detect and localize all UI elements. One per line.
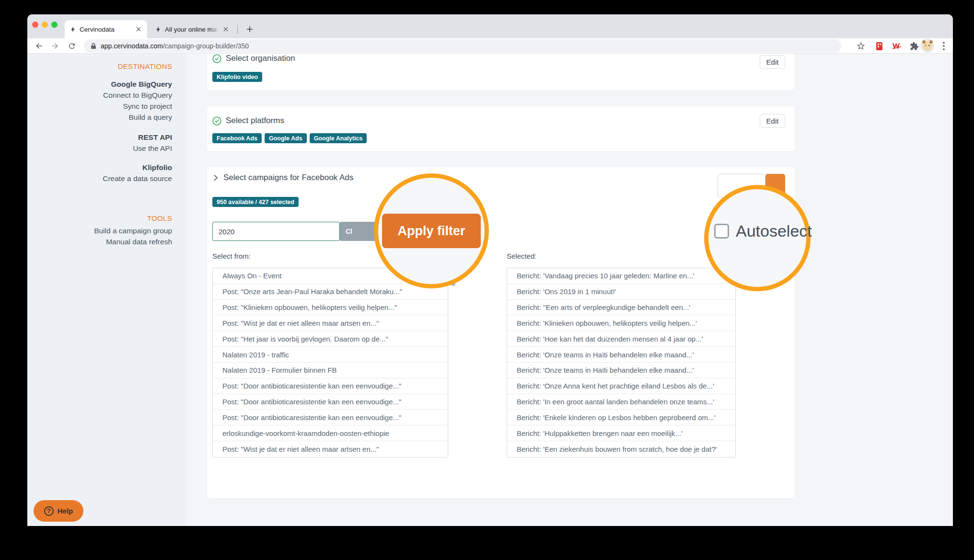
list-item[interactable]: Bericht: 'Hoe kan het dat duizenden mens… (507, 331, 735, 347)
question-mark-icon: ? (44, 506, 54, 516)
list-item[interactable]: Bericht: 'Vandaag precies 10 jaar gelede… (507, 268, 735, 284)
tab-close-icon[interactable] (221, 25, 230, 34)
check-circle-icon (212, 116, 221, 126)
list-item[interactable]: Bericht: 'Een ziekenhuis bouwen from scr… (507, 441, 735, 457)
extension-red-icon[interactable] (872, 39, 886, 53)
extension-w-icon[interactable] (890, 39, 904, 53)
sidebar: DESTINATIONS Google BigQuery Connect to … (27, 54, 186, 526)
tab-separator (237, 25, 238, 34)
list-item[interactable]: Post: "Door antibioticaresistentie kan e… (213, 410, 448, 425)
reload-button[interactable] (65, 39, 79, 53)
list-item[interactable]: Bericht: ''Een arts of verpleegkundige b… (507, 300, 735, 316)
autoselect-checkbox[interactable] (714, 224, 729, 239)
list-item[interactable]: Nalaten 2019 - traffic (213, 347, 448, 363)
dog-avatar-icon (923, 41, 932, 51)
sidebar-group-klipfolio: Klipfolio (27, 162, 172, 173)
help-button[interactable]: ? Help (34, 500, 83, 522)
selected-campaigns-list: Bericht: 'Vandaag precies 10 jaar gelede… (507, 268, 736, 457)
card-select-campaigns: Select campaigns for Facebook Ads 950 av… (207, 167, 795, 498)
close-window-button[interactable] (32, 22, 38, 28)
browser-menu-icon[interactable] (937, 39, 951, 53)
sidebar-heading-destinations: DESTINATIONS (27, 62, 172, 70)
list-item[interactable]: Bericht: 'In een groot aantal landen beh… (507, 394, 735, 410)
sidebar-item-sync-project[interactable]: Sync to project (27, 101, 172, 112)
browser-toolbar: app.cervinodata.com/campaign-group-build… (27, 38, 953, 54)
bolt-favicon-icon (155, 26, 162, 33)
check-circle-icon (212, 54, 221, 63)
list-item[interactable]: Bericht: 'Enkele kinderen op Lesbos hebb… (507, 410, 735, 425)
list-item[interactable]: Post: "Klinieken opbouwen, helikopters v… (213, 300, 448, 316)
apply-filter-callout-circle: Apply filter (374, 173, 489, 288)
select-from-label: Select from: (212, 252, 251, 260)
list-item[interactable]: Bericht: 'Onze Anna kent het prachtige e… (507, 378, 735, 394)
list-item[interactable]: Post: "Het jaar is voorbij gevlogen. Daa… (213, 331, 448, 347)
list-item[interactable]: Bericht: 'Hulppakketten brengen naar een… (507, 425, 735, 441)
list-item[interactable]: Post: "Door antibioticaresistentie kan e… (213, 378, 448, 394)
edit-platforms-button[interactable]: Edit (760, 114, 785, 128)
edit-organisation-button[interactable]: Edit (760, 55, 785, 69)
card-title: Select campaigns for Facebook Ads (223, 173, 353, 183)
zoom-window-button[interactable] (51, 22, 58, 28)
minimize-window-button[interactable] (42, 22, 48, 28)
list-item[interactable]: Post: "Onze arts Jean-Paul Haraka behand… (213, 284, 448, 300)
sidebar-item-manual-data-refresh[interactable]: Manual data refresh (27, 236, 172, 247)
availability-badge: 950 available / 427 selected (212, 197, 299, 207)
tab-strip: Cervinodata All your online marketing da… (27, 14, 953, 38)
list-item[interactable]: Bericht: 'Ons 2019 in 1 minuut!' (507, 284, 735, 300)
platform-badge-facebook: Facebook Ads (212, 133, 262, 143)
sidebar-group-restapi: REST API (27, 132, 172, 143)
list-item[interactable]: Nalaten 2019 - Formulier binnen FB (213, 363, 448, 378)
autoselect-label: Autoselect (736, 222, 812, 240)
list-item[interactable]: erloskundige-voorkomt-kraamdoden-oosten-… (213, 425, 448, 441)
tab-title: All your online marketing data c (165, 26, 219, 33)
sidebar-item-create-datasource[interactable]: Create a data source (27, 173, 172, 184)
list-item[interactable]: Bericht: 'Onze teams in Haïti behandelen… (507, 347, 735, 363)
available-campaigns-list: Always On - Event Post: "Onze arts Jean-… (212, 268, 448, 457)
browser-window: Cervinodata All your online marketing da… (27, 14, 953, 526)
list-item[interactable]: Post: "Wist je dat er niet alleen maar a… (213, 441, 448, 457)
main-area: Select organisation Klipfolio video Edit… (186, 54, 953, 526)
selected-label: Selected: (507, 252, 537, 260)
sidebar-item-use-api[interactable]: Use the API (27, 143, 172, 154)
forward-button[interactable] (48, 39, 62, 53)
chevron-right-icon (212, 174, 219, 182)
organisation-badge: Klipfolio video (212, 72, 262, 82)
bookmark-star-icon[interactable] (854, 39, 868, 53)
page-content: DESTINATIONS Google BigQuery Connect to … (27, 54, 953, 526)
address-bar[interactable]: app.cervinodata.com/campaign-group-build… (84, 39, 841, 53)
platform-badge-googleads: Google Ads (265, 133, 307, 143)
apply-filter-button[interactable]: Apply filter (382, 214, 481, 248)
sidebar-heading-tools: TOOLS (27, 214, 172, 222)
tab-close-icon[interactable] (134, 25, 142, 34)
platform-badge-analytics: Google Analytics (310, 133, 367, 143)
sidebar-item-build-campaign-group[interactable]: Build a campaign group (27, 225, 172, 236)
card-select-organisation: Select organisation Klipfolio video Edit (207, 54, 795, 90)
tab-cervinodata[interactable]: Cervinodata (65, 20, 147, 38)
new-tab-button[interactable] (243, 22, 257, 36)
autoselect-callout-circle: Autoselect (704, 185, 811, 291)
card-title: Select organisation (226, 54, 295, 63)
card-select-platforms: Select platforms Facebook Ads Google Ads… (207, 106, 795, 151)
sidebar-item-build-query[interactable]: Build a query (27, 112, 172, 123)
list-item[interactable]: Bericht: 'Onze teams in Haïti behandelen… (507, 363, 735, 378)
url-domain: app.cervinodata.com (101, 42, 163, 50)
list-item[interactable]: Bericht: 'Klinieken opbouwen, helikopter… (507, 315, 735, 331)
help-label: Help (58, 507, 73, 515)
lock-icon (91, 43, 96, 49)
profile-avatar[interactable] (920, 39, 934, 53)
tab-marketing-data[interactable]: All your online marketing data c (150, 20, 234, 38)
campaign-filter-input[interactable] (212, 222, 340, 241)
url-path: /campaign-group-builder/350 (163, 42, 249, 50)
back-button[interactable] (32, 39, 46, 53)
bolt-favicon-icon (70, 26, 77, 33)
extensions-puzzle-icon[interactable] (907, 39, 921, 53)
card-title: Select platforms (226, 116, 284, 126)
tab-title: Cervinodata (80, 26, 131, 33)
list-item[interactable]: Post: "Door antibioticaresistentie kan e… (213, 394, 448, 410)
sidebar-item-connect-bigquery[interactable]: Connect to BigQuery (27, 90, 172, 101)
sidebar-group-bigquery: Google BigQuery (27, 79, 172, 90)
list-item[interactable]: Post: "Wist je dat er niet alleen maar a… (213, 315, 448, 331)
